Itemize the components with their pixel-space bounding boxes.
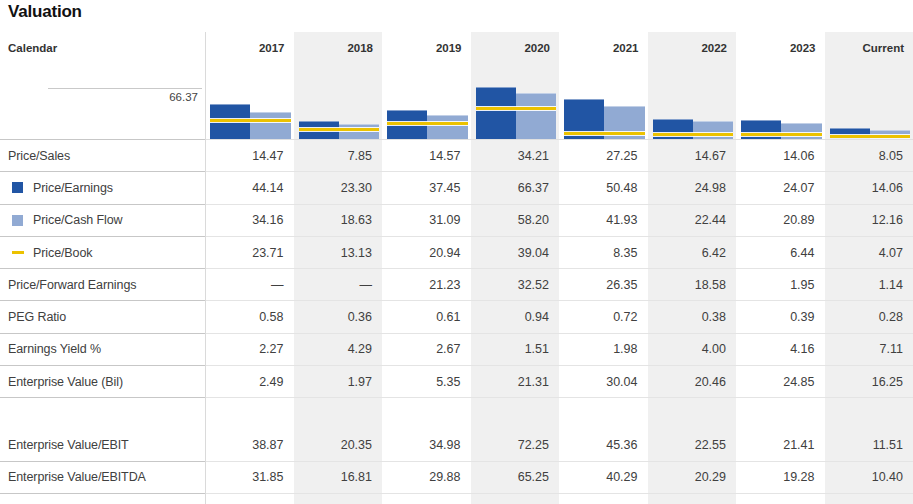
value-cell-2023: 21.41 [736,429,825,460]
value-cell-2022 [648,398,737,429]
column-header-2017: 2017 [205,32,294,62]
label-column-divider [205,32,206,504]
value-cell-current: 16.25 [825,366,913,397]
row-values: 2.491.975.3521.3130.0420.4624.8516.25 [205,366,913,398]
row-label-price-earnings[interactable]: Price/Earnings [0,172,205,204]
year-headers: 2017201820192020202120222023Current [205,32,913,62]
table-row-peg-ratio: PEG Ratio0.580.360.610.940.720.380.390.2… [0,301,913,333]
value-cell-2022: 4.00 [648,334,737,365]
price-earnings-bar [741,120,781,139]
row-label-price-book[interactable]: Price/Book [0,237,205,269]
row-label-text: Price/Book [33,246,92,260]
value-cell-2020 [471,398,560,429]
table-row-enterprise-value-ebitda: Enterprise Value/EBITDA31.8516.8129.8865… [0,462,913,494]
value-cell-2019: 31.09 [382,205,471,236]
column-header-2019: 2019 [382,32,471,62]
bar-pair [564,62,645,139]
value-cell-2018: 18.63 [294,205,383,236]
value-cell-2021: 1.98 [559,334,648,365]
chart-column-current [825,62,913,139]
row-values: ——21.2332.5226.3518.581.951.14 [205,269,913,301]
legend-square-icon [12,215,23,226]
chart-column-2019 [382,62,471,139]
table-row-price-cash-flow: Price/Cash Flow34.1618.6331.0958.2041.93… [0,205,913,237]
value-cell-current: 4.07 [825,237,913,268]
table-row-enterprise-value-ebit: Enterprise Value/EBIT38.8720.3534.9872.2… [0,429,913,461]
value-cell-current [825,398,913,429]
valuation-panel: Valuation Calendar 201720182019202020212… [0,0,913,504]
column-header-2018: 2018 [294,32,383,62]
value-cell-2018 [294,398,383,429]
value-cell-2021: 41.93 [559,205,648,236]
price-cash-flow-bar [781,123,821,139]
value-cell-2017: 38.87 [205,429,294,460]
chart-column-2022 [648,62,737,139]
value-cell-2021: 0.72 [559,301,648,332]
value-cell-2022: 22.44 [648,205,737,236]
valuation-table: Calendar 2017201820192020202120222023Cur… [0,32,913,494]
value-cell-2021: 45.36 [559,429,648,460]
column-header-2020: 2020 [471,32,560,62]
row-label-text: Enterprise Value (Bil) [8,375,123,389]
column-header-current: Current [825,32,913,62]
value-cell-2020: 21.31 [471,366,560,397]
row-label-text: Price/Forward Earnings [8,278,136,292]
value-cell-current: 8.05 [825,140,913,171]
row-values: 0.580.360.610.940.720.380.390.28 [205,301,913,333]
value-cell-2019: 21.23 [382,269,471,300]
price-book-marker [387,122,468,125]
row-label-price-sales: Price/Sales [0,140,205,172]
table-row-enterprise-value-bil: Enterprise Value (Bil)2.491.975.3521.313… [0,366,913,398]
value-cell-2017: 0.58 [205,301,294,332]
row-label-enterprise-value-ebit: Enterprise Value/EBIT [0,429,205,461]
row-label-peg-ratio: PEG Ratio [0,301,205,333]
value-cell-2017: 44.14 [205,172,294,203]
row-label-text: PEG Ratio [8,310,66,324]
value-cell-2021 [559,398,648,429]
bar-pair [299,62,380,139]
value-cell-current: 11.51 [825,429,913,460]
chart-column-2023 [736,62,825,139]
chart-column-2017 [205,62,294,139]
value-cell-2023: 24.07 [736,172,825,203]
value-cell-2020: 32.52 [471,269,560,300]
value-cell-2017: 34.16 [205,205,294,236]
row-values: 38.8720.3534.9872.2545.3622.5521.4111.51 [205,429,913,461]
column-header-2022: 2022 [648,32,737,62]
value-cell-2018: 4.29 [294,334,383,365]
row-label-price-cash-flow[interactable]: Price/Cash Flow [0,205,205,237]
value-cell-2020: 65.25 [471,462,560,493]
value-cell-2018: 0.36 [294,301,383,332]
price-cash-flow-bar [427,115,467,139]
value-cell-2020: 0.94 [471,301,560,332]
price-cash-flow-bar [339,124,379,139]
value-cell-2022: 14.67 [648,140,737,171]
price-book-marker [476,107,557,110]
value-cell-current: 7.11 [825,334,913,365]
price-cash-flow-bar [516,93,556,139]
value-cell-current: 14.06 [825,172,913,203]
bar-pair [476,62,557,139]
value-cell-2017: 14.47 [205,140,294,171]
legend-square-icon [12,182,23,193]
row-values: 14.477.8514.5734.2127.2514.6714.068.05 [205,140,913,172]
value-cell-2023: 1.95 [736,269,825,300]
chart-column-2021 [559,62,648,139]
price-book-marker [653,133,734,136]
table-row-price-earnings: Price/Earnings44.1423.3037.4566.3750.482… [0,172,913,204]
value-cell-2019: 20.94 [382,237,471,268]
value-cell-current: 10.40 [825,462,913,493]
value-cell-2019: 0.61 [382,301,471,332]
value-cell-2019: 34.98 [382,429,471,460]
price-earnings-bar [476,87,516,139]
value-cell-2017 [205,398,294,429]
chart-column-2018 [294,62,383,139]
value-cell-2020: 66.37 [471,172,560,203]
price-book-marker [210,119,291,122]
value-cell-2023: 0.39 [736,301,825,332]
value-cell-2017: — [205,269,294,300]
value-cell-2022: 24.98 [648,172,737,203]
value-cell-2019: 14.57 [382,140,471,171]
value-cell-2019: 5.35 [382,366,471,397]
value-cell-2023: 14.06 [736,140,825,171]
